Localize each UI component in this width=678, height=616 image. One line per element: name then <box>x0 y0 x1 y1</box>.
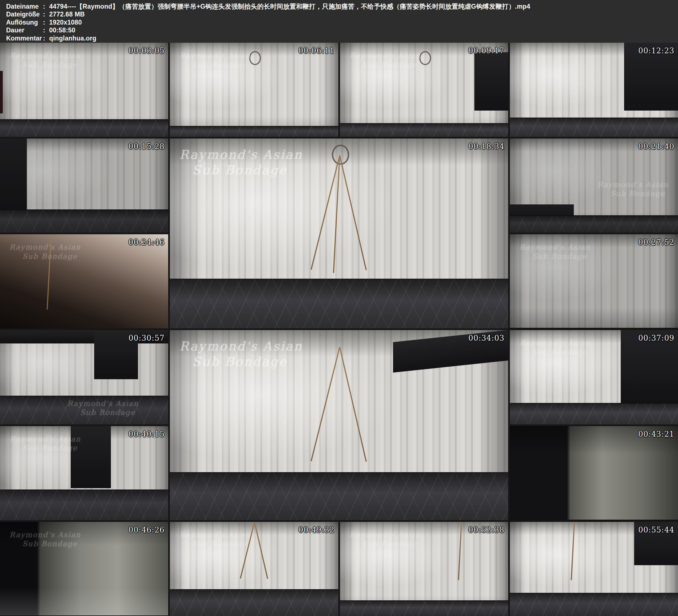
meta-row-filesize: Dateigröße:2772.68 MB <box>6 10 678 18</box>
video-thumbnail[interactable]: Raymond's AsianSub Bondage 00:40:15 <box>0 426 168 520</box>
timestamp-overlay: 00:52:38 <box>468 526 504 534</box>
timestamp-overlay: 00:27:52 <box>638 238 674 246</box>
rope <box>240 522 255 579</box>
suspension-ring-icon <box>419 51 431 65</box>
video-thumbnail[interactable]: 00:12:23 <box>510 43 678 137</box>
thumbnail-grid: Raymond's AsianSub Bondage 00:03:05 Raym… <box>0 43 678 616</box>
meta-label: Dauer <box>6 26 43 34</box>
furniture-silhouette <box>510 204 574 233</box>
scene-placeholder <box>510 522 678 616</box>
meta-row-filename: Dateiname:44794----【Raymond】（痛苦放置）强制弯腰半吊… <box>6 2 678 10</box>
video-thumbnail[interactable]: 00:15:28 <box>0 139 168 233</box>
furniture-silhouette <box>474 52 508 111</box>
scene-placeholder <box>0 139 168 233</box>
furniture-silhouette <box>71 426 111 488</box>
meta-row-duration: Dauer:00:58:50 <box>6 26 678 34</box>
meta-separator: : <box>43 10 49 18</box>
rope <box>333 155 340 273</box>
comment-value: qinglanhua.org <box>49 35 97 42</box>
suspension-ring-icon <box>249 51 261 65</box>
video-thumbnail[interactable]: Raymond's AsianSub Bondage 00:49:32 <box>170 522 338 616</box>
scene-placeholder <box>170 330 508 520</box>
video-thumbnail[interactable]: Raymond's AsianSub Bondage 00:09:17 <box>340 43 508 137</box>
meta-row-resolution: Auflösung:1920x1080 <box>6 18 678 26</box>
timestamp-overlay: 00:18:34 <box>468 142 504 151</box>
filesize-value: 2772.68 MB <box>49 11 85 18</box>
duration-value: 00:58:50 <box>49 27 75 34</box>
timestamp-overlay: 00:09:17 <box>468 46 504 55</box>
video-thumbnail[interactable]: 00:43:21 <box>510 426 678 520</box>
meta-row-comment: Kommentar:qinglanhua.org <box>6 34 678 42</box>
timestamp-overlay: 00:34:03 <box>468 334 504 342</box>
scene-placeholder <box>0 43 168 137</box>
rope <box>311 347 340 461</box>
rope <box>254 522 268 579</box>
timestamp-overlay: 00:49:32 <box>298 526 334 534</box>
scene-placeholder <box>170 139 508 329</box>
timestamp-overlay: 00:55:44 <box>638 526 674 534</box>
scene-placeholder <box>510 139 678 233</box>
timestamp-overlay: 00:46:26 <box>128 526 164 534</box>
rope <box>47 234 52 309</box>
scene-placeholder <box>0 234 168 329</box>
meta-label: Dateiname <box>6 2 43 10</box>
video-thumbnail[interactable]: Raymond's AsianSub Bondage 00:18:34 <box>170 139 508 329</box>
meta-separator: : <box>43 18 49 26</box>
scene-placeholder <box>0 522 168 616</box>
video-thumbnail[interactable]: Raymond's AsianSub Bondage 00:34:03 <box>170 330 508 520</box>
meta-separator: : <box>43 34 49 42</box>
timestamp-overlay: 00:40:15 <box>128 430 164 438</box>
meta-label: Dateigröße <box>6 10 43 18</box>
scene-placeholder <box>340 522 508 616</box>
video-thumbnail[interactable]: Raymond's AsianSub Bondage 00:24:46 <box>0 234 168 329</box>
scene-placeholder <box>510 426 678 520</box>
scene-placeholder <box>340 43 508 137</box>
scene-placeholder <box>0 330 168 424</box>
video-thumbnail[interactable]: Raymond's AsianSub Bondage 00:21:40 <box>510 139 678 233</box>
resolution-value: 1920x1080 <box>49 19 82 26</box>
rope <box>339 155 367 270</box>
video-thumbnail[interactable]: Raymond's AsianSub Bondage 00:46:26 <box>0 522 168 616</box>
timestamp-overlay: 00:30:57 <box>128 334 164 342</box>
scene-placeholder <box>510 43 678 137</box>
furniture-silhouette <box>0 71 3 113</box>
rope <box>571 522 575 580</box>
timestamp-overlay: 00:37:09 <box>638 334 674 342</box>
video-thumbnail[interactable]: 00:55:44 <box>510 522 678 616</box>
scene-placeholder <box>170 522 338 616</box>
meta-separator: : <box>43 2 49 10</box>
video-thumbnail[interactable]: Raymond's AsianSub Bondage 00:37:09 <box>510 330 678 424</box>
video-thumbnail[interactable]: Raymond's AsianSub Bondage 00:52:38 <box>340 522 508 616</box>
rope <box>458 522 462 580</box>
video-thumbnail[interactable]: Raymond's AsianSub Bondage 00:03:05 <box>0 43 168 137</box>
video-thumbnail[interactable]: Raymond's AsianSub Bondage 00:06:11 <box>170 43 338 137</box>
timestamp-overlay: 00:24:46 <box>128 238 164 246</box>
scene-placeholder <box>510 234 678 329</box>
rope <box>339 347 367 462</box>
timestamp-overlay: 00:21:40 <box>638 142 674 151</box>
meta-label: Kommentar <box>6 34 43 42</box>
meta-separator: : <box>43 26 49 34</box>
timestamp-overlay: 00:03:05 <box>128 46 164 55</box>
video-thumbnail[interactable]: Raymond's AsianSub Bondage 00:30:57 <box>0 330 168 424</box>
filename-value: 44794----【Raymond】（痛苦放置）强制弯腰半吊+G钩连头发强制抬头… <box>49 3 530 10</box>
scene-placeholder <box>510 330 678 424</box>
timestamp-overlay: 00:43:21 <box>638 430 674 438</box>
timestamp-overlay: 00:12:23 <box>638 46 674 55</box>
meta-label: Auflösung <box>6 18 43 26</box>
rope <box>311 155 340 270</box>
scene-placeholder <box>0 426 168 520</box>
video-thumbnail[interactable]: Raymond's AsianSub Bondage 00:27:52 <box>510 234 678 329</box>
scene-placeholder <box>170 43 338 137</box>
timestamp-overlay: 00:15:28 <box>128 142 164 151</box>
timestamp-overlay: 00:06:11 <box>298 46 334 55</box>
file-info-header: Dateiname:44794----【Raymond】（痛苦放置）强制弯腰半吊… <box>0 0 678 43</box>
furniture-silhouette <box>0 139 27 233</box>
